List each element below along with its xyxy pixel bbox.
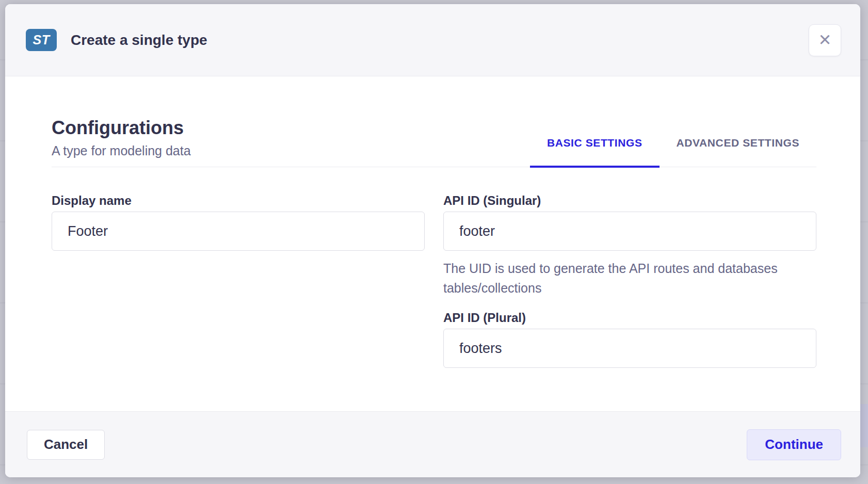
single-type-icon: ST (26, 29, 57, 51)
api-id-plural-label: API ID (Plural) (443, 311, 816, 325)
configurations-section-header: Configurations A type for modeling data … (52, 117, 816, 167)
display-name-label: Display name (52, 193, 425, 208)
display-name-input[interactable] (52, 212, 425, 251)
api-id-singular-input[interactable] (443, 212, 816, 251)
create-single-type-modal: ST Create a single type ✕ Configurations… (5, 4, 860, 477)
modal-header: ST Create a single type ✕ (5, 4, 860, 76)
close-icon: ✕ (818, 32, 832, 48)
modal-footer: Cancel Continue (5, 411, 860, 477)
close-button[interactable]: ✕ (809, 24, 841, 56)
cancel-button[interactable]: Cancel (27, 430, 105, 460)
api-id-singular-label: API ID (Singular) (443, 193, 816, 208)
api-id-plural-input[interactable] (443, 329, 816, 368)
continue-button[interactable]: Continue (747, 429, 841, 460)
configuration-form: Display name API ID (Singular) The UID i… (52, 193, 816, 368)
tab-advanced-settings[interactable]: ADVANCED SETTINGS (660, 137, 817, 168)
api-id-field-group: API ID (Singular) The UID is used to gen… (443, 193, 816, 368)
tab-basic-settings[interactable]: BASIC SETTINGS (530, 137, 660, 168)
settings-tabs: BASIC SETTINGS ADVANCED SETTINGS (530, 137, 816, 167)
page-title: Configurations (52, 117, 816, 139)
api-id-hint-text: The UID is used to generate the API rout… (443, 259, 794, 298)
display-name-field-group: Display name (52, 193, 425, 368)
api-id-plural-field-group: API ID (Plural) (443, 311, 816, 368)
modal-title: Create a single type (71, 32, 207, 49)
modal-body: Configurations A type for modeling data … (5, 76, 860, 411)
